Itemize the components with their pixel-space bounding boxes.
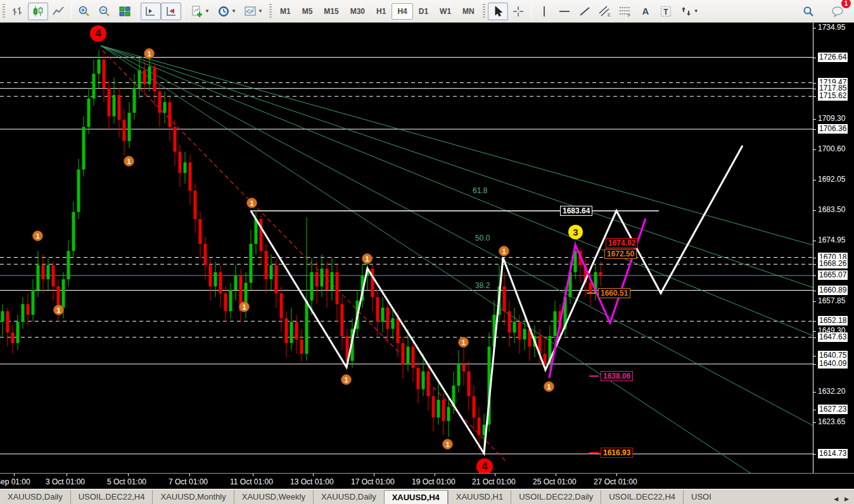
candle-body [72,212,75,251]
notifications-button[interactable]: 1 [827,3,848,20]
candle-body [341,304,344,336]
periods-button[interactable]: ▼ [213,3,240,20]
chart-shift-button[interactable] [161,3,181,20]
candle-body [503,286,506,311]
timeframe-mn-button[interactable]: MN [457,3,480,20]
chart-tab-xauusd-monthly[interactable]: XAUUSD,Monthly [152,490,233,504]
chart-tab-xauusd-h1[interactable]: XAUUSD,H1 [448,490,511,504]
fibo-fan-line[interactable] [101,46,813,425]
candle-body [16,322,20,343]
price-axis-label: 1668.26 [818,259,848,268]
time-axis-label: 27 Oct 01:00 [594,477,637,486]
tab-scroll-right-icon[interactable]: ▶ [844,496,849,502]
bar-chart-button[interactable] [8,3,28,20]
search-button[interactable] [798,3,819,20]
timeframe-h1-button[interactable]: H1 [371,3,392,20]
candle-body [148,66,151,84]
price-axis-label: 1623.65 [818,417,845,427]
templates-button[interactable]: ▼ [240,3,267,20]
horizontal-line-button[interactable] [554,3,575,20]
bars-icon [11,5,24,18]
candle-body [250,244,253,283]
zoom-out-button[interactable] [94,3,115,20]
candle-body [199,219,202,244]
chart-tab-xauusd-daily[interactable]: XAUUSD,Daily [0,490,70,504]
zoom-in-button[interactable] [74,3,94,20]
candle-body [189,162,192,191]
candle-body [62,279,65,308]
time-axis-tick [374,474,374,476]
time-axis[interactable]: Sep 01:003 Oct 01:005 Oct 01:007 Oct 01:… [0,473,854,489]
candle-body [437,400,440,417]
candle-body [386,308,390,329]
price-axis-label: 1660.89 [818,286,848,295]
equidistant-channel-button[interactable]: E [595,3,615,20]
crosshair-button[interactable] [508,3,528,20]
tab-scroll-left-icon[interactable]: ◀ [834,496,838,502]
dropdown-caret-icon[interactable]: ▼ [258,8,263,14]
toolbar-right: 1 [798,3,848,20]
toolbar-grip[interactable] [483,4,485,19]
chart-tab-bar: XAUUSD,DailyUSOIL.DEC22,H4XAUUSD,Monthly… [0,489,854,504]
candle-body [417,368,420,389]
candlestick-chart-button[interactable] [28,3,48,20]
timeframe-m5-button[interactable]: M5 [296,3,319,20]
timeframe-w1-button[interactable]: W1 [434,3,457,20]
price-axis[interactable]: 1734.951726.641719.471717.851715.621709.… [813,23,854,473]
time-axis-tick [67,474,67,476]
candle-body [275,265,278,294]
tile-windows-button[interactable] [115,3,135,20]
search-icon [803,6,814,17]
price-axis-tick [813,83,816,84]
vertical-line-button[interactable] [534,3,554,20]
price-axis-tick [813,275,816,276]
price-axis-label: 1709.30 [818,114,845,123]
dropdown-caret-icon[interactable]: ▼ [205,8,210,14]
timeframe-m30-button[interactable]: M30 [345,3,371,20]
timeframe-d1-button[interactable]: D1 [413,3,434,20]
price-axis-tick [813,410,816,410]
candle-body [108,88,111,117]
line-chart-button[interactable] [48,3,68,20]
fibo-fan-line[interactable] [101,46,813,245]
candle-body [209,265,212,287]
candle-body [113,95,116,117]
price-axis-label: 1700.60 [818,144,845,154]
fibo-fan-line[interactable] [101,46,813,287]
dropdown-caret-icon[interactable]: ▼ [231,8,236,14]
fibo-fan-line[interactable] [101,46,813,336]
timeframe-m15-button[interactable]: M15 [318,3,344,20]
chart-canvas[interactable] [0,23,813,473]
price-axis-tick [813,258,816,258]
vline-icon [538,5,551,18]
time-axis-label: 11 Oct 01:00 [230,477,273,486]
chart-tab-usoil-dec22-h4[interactable]: USOIL.DEC22,H4 [601,490,683,504]
indicators-button[interactable]: ▼ [187,3,213,20]
text-button[interactable]: A [635,3,656,20]
chart-tab-xauusd-daily[interactable]: XAUUSD,Daily [313,490,384,504]
timeframe-m1-button[interactable]: M1 [274,3,296,20]
candle-body [290,322,293,343]
white-wave-zigzag[interactable] [251,146,742,453]
candle-body [77,170,80,212]
cursor-button[interactable] [488,3,508,20]
fibonacci-button[interactable]: F [615,3,635,20]
dropdown-caret-icon[interactable]: ▼ [694,8,699,14]
arrows-button[interactable]: ▼ [676,3,703,20]
price-axis-label: 1665.07 [818,270,848,280]
svg-text:A: A [642,6,649,16]
toolbar-grip[interactable] [269,4,272,19]
text-label-button[interactable]: T [656,3,676,20]
chart-tab-usoi[interactable]: USOI [683,490,719,504]
auto-scroll-button[interactable] [141,3,161,20]
trendline-button[interactable] [575,3,595,20]
chart-tab-usoil-dec22-h4[interactable]: USOIL.DEC22,H4 [70,490,153,504]
chart-tab-xauusd-weekly[interactable]: XAUUSD,Weekly [234,490,313,504]
toolbar-grip[interactable] [3,4,5,19]
chart-tab-xauusd-h4[interactable]: XAUUSD,H4 [384,490,448,504]
candle-body [523,329,526,340]
timeframe-h4-button[interactable]: H4 [392,3,412,20]
chart-tab-usoil-dec22-daily[interactable]: USOIL.DEC22,Daily [511,490,601,504]
price-axis-label: 1614.73 [818,449,848,458]
linechart-icon [52,5,65,18]
